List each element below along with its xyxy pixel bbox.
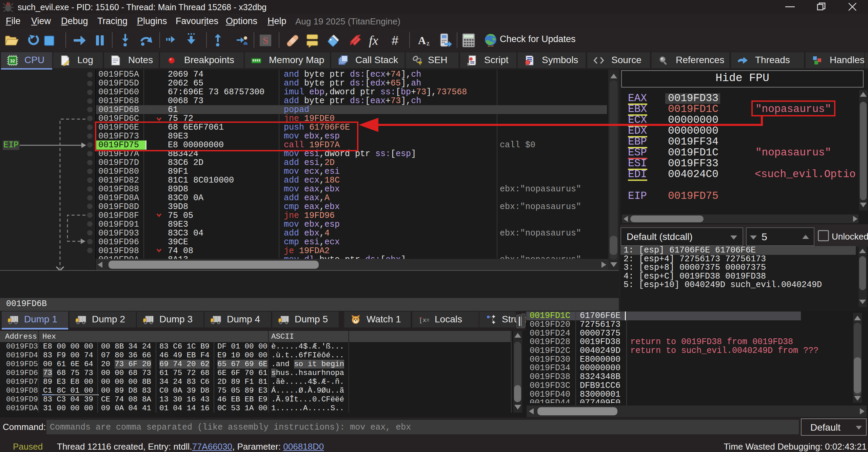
svg-text:32: 32 xyxy=(6,2,10,6)
svg-text:32: 32 xyxy=(10,58,15,63)
svg-text:A: A xyxy=(418,34,426,46)
svg-text:z: z xyxy=(427,39,430,47)
svg-text:fx: fx xyxy=(369,33,378,48)
svg-text:S: S xyxy=(263,35,269,46)
svg-text:#: # xyxy=(392,34,398,48)
svg-text:!: ! xyxy=(420,62,421,65)
